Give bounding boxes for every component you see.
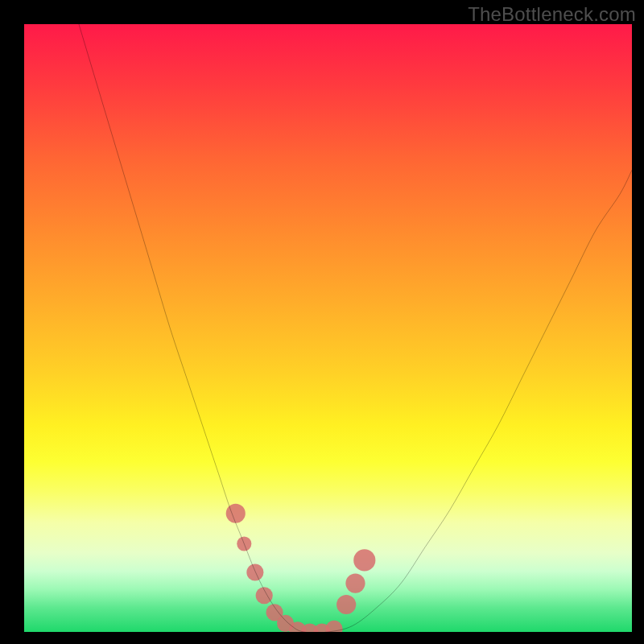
data-marker [353, 549, 375, 571]
watermark-text: TheBottleneck.com [468, 3, 636, 26]
data-marker [226, 504, 246, 523]
curve-layer [24, 24, 632, 632]
data-markers [226, 504, 376, 632]
data-marker [246, 564, 263, 580]
data-marker [336, 595, 356, 614]
bottleneck-curve [79, 24, 632, 632]
data-marker [325, 621, 342, 632]
data-marker [256, 587, 273, 604]
data-marker [345, 574, 365, 593]
plot-area [24, 24, 632, 632]
chart-frame: TheBottleneck.com [0, 0, 644, 644]
